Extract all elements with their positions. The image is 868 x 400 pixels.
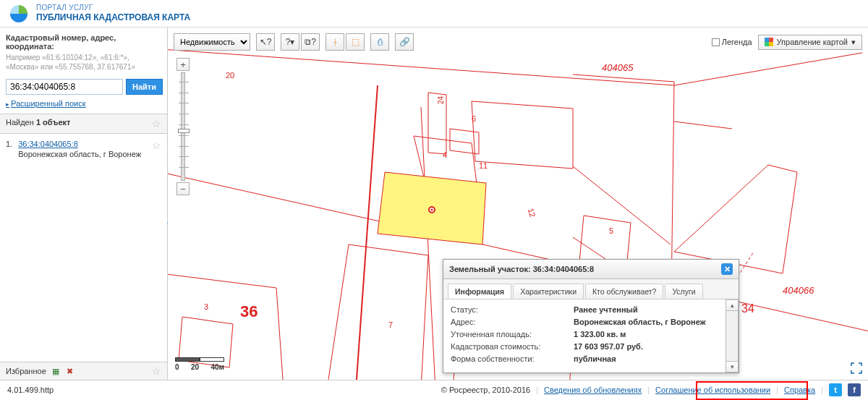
mode-select[interactable]: Недвижимость (174, 33, 250, 51)
twitter-icon[interactable]: t (829, 383, 842, 396)
map-zone-label: 36 (240, 302, 258, 321)
star-icon[interactable]: ☆ (152, 118, 161, 129)
find-button[interactable]: Найти (126, 79, 163, 95)
zoom-in-button[interactable]: + (176, 58, 190, 71)
tab-services[interactable]: Услуги (665, 284, 702, 299)
map-parcel-label: 5 (609, 226, 613, 235)
map-parcel-label: 20 (226, 71, 234, 80)
legend-checkbox[interactable]: Легенда (712, 38, 752, 46)
agreement-link[interactable]: Соглашение об использовании (655, 386, 770, 394)
advanced-search-link[interactable]: ▸Расширенный поиск (6, 99, 86, 108)
result-link[interactable]: 36:34:0404065:8 (18, 140, 78, 148)
header-subtitle: ПОРТАЛ УСЛУГ (36, 4, 190, 12)
scroll-down-icon[interactable]: ▾ (726, 361, 739, 373)
favorites-label: Избранное (6, 367, 46, 375)
fullscreen-icon[interactable] (851, 362, 862, 374)
popup-scrollbar[interactable]: ▴ ▾ (726, 299, 739, 373)
help-link[interactable]: Справка (784, 386, 815, 394)
measure-area-icon[interactable]: ⬚ (346, 33, 365, 51)
excel-icon[interactable]: ▦ (51, 366, 61, 376)
delete-icon[interactable]: ✖ (65, 366, 75, 376)
map-parcel-label: 4 (443, 150, 447, 159)
result-item: 1. 36:34:0404065:8 Воронежская область, … (6, 140, 161, 158)
tab-info[interactable]: Информация (448, 284, 511, 299)
search-label: Кадастровый номер, адрес, координата: (6, 33, 161, 51)
layers-button[interactable]: Управление картой▾ (758, 35, 862, 50)
info-tool-icon[interactable]: ⧉? (301, 33, 320, 51)
search-hint: Например «61:6:10104:12», «61:6:*», «Мос… (6, 53, 161, 72)
sidebar: Кадастровый номер, адрес, координата: На… (0, 27, 168, 380)
help-tool-icon[interactable]: ?▾ (281, 33, 299, 51)
map-block-label: 404066 (783, 285, 814, 296)
scroll-up-icon[interactable]: ▴ (726, 299, 739, 311)
star-icon[interactable]: ☆ (152, 365, 161, 377)
zoom-out-button[interactable]: − (176, 182, 190, 195)
link-icon[interactable]: 🔗 (395, 33, 414, 51)
parcel-popup: Земельный участок: 36:34:0404065:8 ✕ Инф… (443, 259, 739, 373)
version-label: 4.01.499.http (7, 386, 54, 394)
close-icon[interactable]: ✕ (721, 263, 733, 275)
found-header: Найден 1 объект ☆ (0, 114, 167, 134)
map-parcel-label: 34 (741, 302, 754, 315)
popup-title: Земельный участок: 36:34:0404065:8 (449, 265, 594, 273)
favorites-bar: Избранное ▦ ✖ ☆ (0, 362, 167, 380)
map-parcel-label: 6 (472, 114, 476, 123)
search-input[interactable] (6, 79, 123, 95)
measure-length-icon[interactable]: ⟊ (326, 33, 344, 51)
map-parcel-label: 3 (204, 302, 208, 311)
app-header: ПОРТАЛ УСЛУГ ПУБЛИЧНАЯ КАДАСТРОВАЯ КАРТА (0, 0, 868, 27)
zoom-slider[interactable]: + − (176, 58, 190, 195)
footer: 4.01.499.http © Росреестр, 2010-2016 | С… (0, 380, 868, 399)
scale-bar: 02040м (175, 357, 224, 371)
tab-characteristics[interactable]: Характеристики (513, 284, 584, 299)
map-parcel-label: 11 (479, 161, 488, 170)
map-canvas[interactable]: Недвижимость ↖? ?▾ ⧉? ⟊ ⬚ ⎙ 🔗 Легенда Уп… (168, 27, 868, 380)
updates-link[interactable]: Сведения об обновлениях (544, 386, 642, 394)
map-parcel-label: 24 (437, 96, 445, 104)
print-icon[interactable]: ⎙ (370, 33, 389, 51)
logo-icon (9, 4, 29, 24)
map-toolbar: Недвижимость ↖? ?▾ ⧉? ⟊ ⬚ ⎙ 🔗 Легенда Уп… (174, 33, 862, 51)
result-address: Воронежская область, г Воронеж (18, 150, 141, 158)
star-icon[interactable]: ☆ (152, 140, 161, 151)
pointer-tool-icon[interactable]: ↖? (256, 33, 275, 51)
map-block-label: 404065 (602, 62, 633, 73)
popup-tabs: Информация Характеристики Кто обслуживае… (443, 279, 739, 299)
tab-service[interactable]: Кто обслуживает? (585, 284, 663, 299)
map-parcel-label: 7 (388, 320, 393, 329)
header-title: ПУБЛИЧНАЯ КАДАСТРОВАЯ КАРТА (36, 12, 190, 22)
facebook-icon[interactable]: f (848, 383, 861, 396)
svg-point-3 (431, 209, 433, 211)
copyright-label: © Росреестр, 2010-2016 (441, 386, 530, 394)
